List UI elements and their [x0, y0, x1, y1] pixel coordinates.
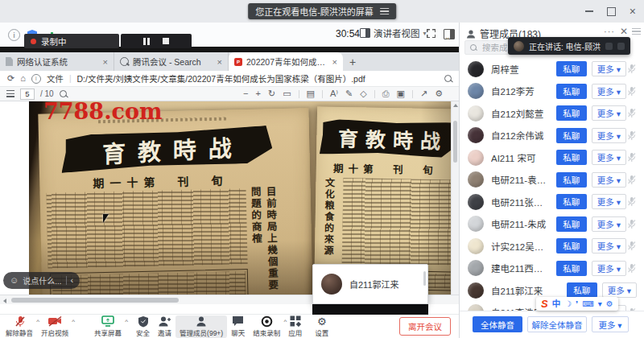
- toast-menu-icon[interactable]: [380, 8, 389, 14]
- address-path[interactable]: D:/文件夹/刘姨文件夹/文章集/202207青年如何成长为国家栋梁（有图片）.…: [76, 72, 439, 84]
- member-more-button[interactable]: 更多 ▾: [592, 194, 626, 209]
- invite-button[interactable]: 邀请: [154, 315, 175, 338]
- manage-members-button[interactable]: 管理成员(99+): [175, 315, 227, 338]
- member-row[interactable]: 自212刘懿萱 私聊 更多 ▾: [460, 102, 644, 125]
- ime-toolbar[interactable]: S 中 ☽ ❜ ⌨ ▾ ⚙: [536, 297, 618, 311]
- panel-more-icon[interactable]: ···: [604, 27, 615, 36]
- panel-menu-icon[interactable]: [632, 28, 641, 35]
- settings-gear-icon[interactable]: ⚙: [435, 89, 443, 98]
- private-chat-button[interactable]: 私聊: [556, 194, 587, 209]
- mic-muted-icon[interactable]: [626, 108, 637, 118]
- pdf-search-icon[interactable]: [60, 90, 67, 97]
- panel-close-icon[interactable]: ✕: [620, 26, 628, 37]
- private-chat-button[interactable]: 私聊: [556, 172, 587, 188]
- member-row[interactable]: 电研211-袁保杰 私聊 更多 ▾: [460, 169, 644, 192]
- security-button[interactable]: 安全: [132, 315, 154, 338]
- close-button[interactable]: ×: [630, 6, 636, 17]
- pdf-vertical-scrollbar[interactable]: [451, 101, 459, 295]
- sogou-logo-icon[interactable]: S: [541, 299, 548, 309]
- collapse-chevron-icon[interactable]: ⌄: [444, 32, 451, 41]
- chat-button[interactable]: 聊天: [227, 315, 249, 338]
- minimize-button[interactable]: [585, 10, 593, 12]
- mic-muted-icon[interactable]: [626, 86, 637, 97]
- ime-skin-icon[interactable]: ▾: [598, 300, 602, 308]
- leave-meeting-button[interactable]: 离开会议: [399, 317, 451, 336]
- tab-close-icon[interactable]: ×: [217, 57, 222, 67]
- private-chat-button[interactable]: 私聊: [556, 216, 587, 232]
- member-more-button[interactable]: 更多 ▾: [592, 128, 626, 143]
- unmute-all-button[interactable]: 解除全体静音: [527, 316, 587, 332]
- member-row[interactable]: 周梓萱 私聊 更多 ▾: [460, 58, 644, 80]
- home-icon[interactable]: ⌂: [20, 74, 26, 83]
- member-more-button[interactable]: 更多 ▾: [602, 282, 637, 298]
- refresh-icon[interactable]: ⟳: [7, 74, 14, 83]
- private-chat-button[interactable]: 私聊: [567, 282, 597, 298]
- unmute-button[interactable]: 解除静音^: [2, 315, 37, 338]
- page-view-icon[interactable]: ▤: [307, 89, 315, 98]
- save-icon[interactable]: ▣: [397, 89, 405, 98]
- member-row[interactable]: 自212余伟诚 私聊 更多 ▾: [460, 125, 644, 147]
- ime-tool-icon[interactable]: ⚙: [606, 300, 613, 308]
- read-aloud-icon[interactable]: A⁾: [330, 89, 338, 98]
- member-row[interactable]: 建电211西明烁 私聊 更多 ▾: [460, 258, 644, 280]
- zoom-page-icon[interactable]: [444, 75, 452, 82]
- mic-muted-icon[interactable]: [626, 219, 637, 229]
- mic-muted-icon[interactable]: [626, 241, 637, 251]
- expand-icon[interactable]: ↗: [420, 89, 427, 98]
- member-more-button[interactable]: 更多 ▾: [592, 238, 626, 254]
- private-chat-button[interactable]: 私聊: [556, 261, 587, 276]
- stop-record-button[interactable]: 结束录制^: [249, 315, 284, 338]
- pause-recording-button[interactable]: [143, 38, 151, 45]
- member-more-button[interactable]: 更多 ▾: [592, 172, 626, 188]
- pdf-thumbnails-icon[interactable]: [6, 90, 14, 97]
- private-chat-button[interactable]: 私聊: [556, 128, 587, 143]
- mic-muted-icon[interactable]: [626, 64, 637, 74]
- member-row[interactable]: 电研211张明魁 私聊 更多 ▾: [460, 191, 644, 213]
- new-tab-button[interactable]: +: [343, 53, 362, 71]
- footer-more-button[interactable]: 更多 ▾: [592, 316, 629, 332]
- stop-recording-button[interactable]: [163, 38, 169, 44]
- emoji-icon[interactable]: ☺: [10, 276, 19, 285]
- private-chat-button[interactable]: 私聊: [556, 84, 587, 99]
- member-row[interactable]: 电研211-朱成 私聊 更多 ▾: [460, 213, 644, 236]
- mic-muted-icon[interactable]: [626, 152, 637, 163]
- quick-chat-pill[interactable]: ☺ 说点什么... ‹: [3, 272, 80, 289]
- mic-muted-icon[interactable]: [626, 263, 637, 274]
- apps-button[interactable]: 应用: [284, 315, 306, 338]
- ime-lang-icon[interactable]: 中: [552, 299, 561, 308]
- member-more-button[interactable]: 更多 ▾: [592, 261, 626, 276]
- member-row[interactable]: AI211 宋可 私聊 更多 ▾: [460, 146, 644, 169]
- member-more-button[interactable]: 更多 ▾: [592, 150, 626, 165]
- mic-muted-icon[interactable]: [626, 175, 637, 185]
- share-screen-button[interactable]: 共享屏幕^: [90, 315, 126, 338]
- settings-button[interactable]: ⚙ 设置: [311, 315, 332, 338]
- member-more-button[interactable]: 更多 ▾: [592, 105, 626, 121]
- tab-tencent-meeting-search[interactable]: 腾讯会议 - Search ×: [114, 52, 229, 71]
- maximize-button[interactable]: [607, 7, 616, 16]
- member-row[interactable]: 自212李芳 私聊 更多 ▾: [460, 80, 644, 103]
- tab-network-auth[interactable]: 网络认证系统 ×: [0, 52, 114, 71]
- eraser-icon[interactable]: ◇: [360, 89, 366, 98]
- file-info-icon[interactable]: i: [31, 74, 41, 84]
- tab-close-icon[interactable]: ×: [103, 57, 108, 67]
- zoom-out-icon[interactable]: −: [243, 89, 248, 98]
- tab-pdf-document[interactable]: P 202207青年如何成长为国家栋... ×: [229, 52, 343, 71]
- mic-muted-icon[interactable]: [626, 196, 637, 207]
- private-chat-button[interactable]: 私聊: [556, 238, 587, 254]
- zoom-in-icon[interactable]: +: [255, 89, 260, 98]
- member-more-button[interactable]: 更多 ▾: [592, 61, 626, 76]
- mute-all-button[interactable]: 全体静音: [473, 316, 522, 332]
- member-more-button[interactable]: 更多 ▾: [592, 216, 626, 232]
- member-more-button[interactable]: 更多 ▾: [592, 84, 626, 99]
- mini-scrollbar[interactable]: [423, 271, 426, 286]
- chat-placeholder[interactable]: 说点什么...: [23, 274, 61, 286]
- meeting-info-icon[interactable]: i: [8, 29, 20, 41]
- rotate-icon[interactable]: ↻: [268, 89, 275, 98]
- ime-punct-icon[interactable]: ❜: [576, 300, 578, 308]
- view-mode-dropdown[interactable]: 演讲者视图 ▾: [360, 27, 427, 39]
- draw-pen-icon[interactable]: ✎: [345, 89, 353, 98]
- start-video-button[interactable]: 开启视频^: [37, 315, 72, 338]
- pdf-page-input[interactable]: 5: [20, 89, 35, 100]
- print-icon[interactable]: ⎙: [382, 89, 390, 98]
- fullscreen-icon[interactable]: [427, 29, 436, 38]
